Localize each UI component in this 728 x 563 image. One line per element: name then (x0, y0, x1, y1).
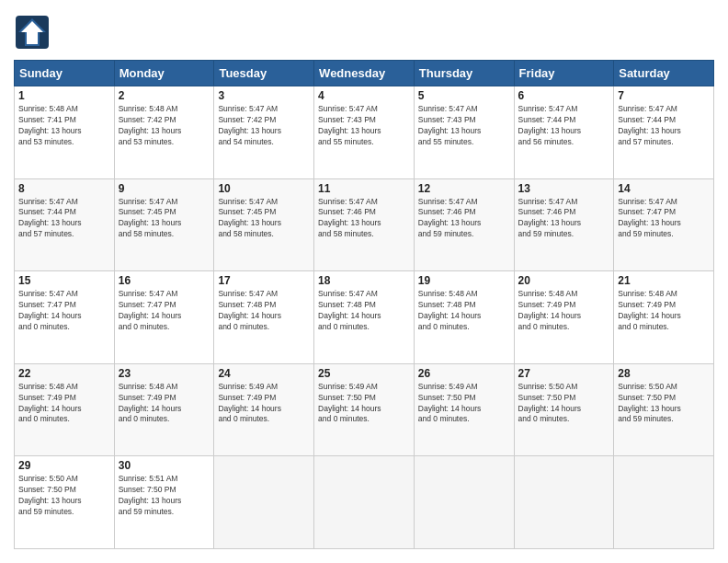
calendar-cell: 23Sunrise: 5:48 AMSunset: 7:49 PMDayligh… (114, 363, 214, 456)
calendar-cell: 12Sunrise: 5:47 AMSunset: 7:46 PMDayligh… (414, 178, 514, 271)
header (14, 14, 714, 51)
day-number: 4 (318, 89, 410, 102)
calendar-cell: 1Sunrise: 5:48 AMSunset: 7:41 PMDaylight… (15, 86, 115, 179)
calendar-cell: 18Sunrise: 5:47 AMSunset: 7:48 PMDayligh… (314, 271, 415, 364)
day-info: Sunrise: 5:49 AMSunset: 7:50 PMDaylight:… (418, 382, 510, 426)
day-info: Sunrise: 5:47 AMSunset: 7:42 PMDaylight:… (218, 104, 310, 148)
day-info: Sunrise: 5:48 AMSunset: 7:49 PMDaylight:… (518, 289, 610, 333)
day-number: 12 (418, 182, 510, 195)
day-info: Sunrise: 5:47 AMSunset: 7:44 PMDaylight:… (618, 104, 710, 148)
day-info: Sunrise: 5:48 AMSunset: 7:49 PMDaylight:… (618, 289, 710, 333)
day-info: Sunrise: 5:47 AMSunset: 7:47 PMDaylight:… (18, 289, 110, 333)
calendar-cell: 14Sunrise: 5:47 AMSunset: 7:47 PMDayligh… (614, 178, 714, 271)
calendar-header-thursday: Thursday (414, 61, 514, 86)
calendar-header-tuesday: Tuesday (214, 61, 314, 86)
day-number: 27 (518, 367, 610, 380)
day-info: Sunrise: 5:47 AMSunset: 7:45 PMDaylight:… (119, 197, 210, 241)
day-info: Sunrise: 5:47 AMSunset: 7:44 PMDaylight:… (18, 197, 110, 241)
calendar-cell: 22Sunrise: 5:48 AMSunset: 7:49 PMDayligh… (15, 363, 115, 456)
calendar-cell: 28Sunrise: 5:50 AMSunset: 7:50 PMDayligh… (614, 363, 714, 456)
calendar-header-saturday: Saturday (614, 61, 714, 86)
day-number: 13 (518, 182, 610, 195)
calendar-header-friday: Friday (514, 61, 614, 86)
calendar-cell: 8Sunrise: 5:47 AMSunset: 7:44 PMDaylight… (15, 178, 115, 271)
day-number: 29 (18, 459, 110, 472)
calendar-cell: 29Sunrise: 5:50 AMSunset: 7:50 PMDayligh… (15, 456, 115, 549)
calendar-cell: 30Sunrise: 5:51 AMSunset: 7:50 PMDayligh… (114, 456, 214, 549)
calendar-cell: 16Sunrise: 5:47 AMSunset: 7:47 PMDayligh… (114, 271, 214, 364)
calendar-week-row: 1Sunrise: 5:48 AMSunset: 7:41 PMDaylight… (15, 86, 714, 179)
day-number: 30 (119, 459, 210, 472)
day-number: 25 (318, 367, 410, 380)
day-number: 15 (18, 274, 110, 287)
day-number: 9 (119, 182, 210, 195)
day-number: 5 (418, 89, 510, 102)
day-number: 21 (618, 274, 710, 287)
calendar-cell: 20Sunrise: 5:48 AMSunset: 7:49 PMDayligh… (514, 271, 614, 364)
calendar-cell: 2Sunrise: 5:48 AMSunset: 7:42 PMDaylight… (114, 86, 214, 179)
calendar-cell: 25Sunrise: 5:49 AMSunset: 7:50 PMDayligh… (314, 363, 415, 456)
day-number: 2 (119, 89, 210, 102)
day-number: 1 (18, 89, 110, 102)
day-number: 26 (418, 367, 510, 380)
day-number: 23 (119, 367, 210, 380)
calendar-week-row: 8Sunrise: 5:47 AMSunset: 7:44 PMDaylight… (15, 178, 714, 271)
day-number: 16 (119, 274, 210, 287)
day-number: 7 (618, 89, 710, 102)
calendar-header-row: SundayMondayTuesdayWednesdayThursdayFrid… (15, 61, 714, 86)
calendar-cell: 15Sunrise: 5:47 AMSunset: 7:47 PMDayligh… (15, 271, 115, 364)
calendar-cell: 6Sunrise: 5:47 AMSunset: 7:44 PMDaylight… (514, 86, 614, 179)
day-info: Sunrise: 5:47 AMSunset: 7:46 PMDaylight:… (518, 197, 610, 241)
day-info: Sunrise: 5:47 AMSunset: 7:43 PMDaylight:… (418, 104, 510, 148)
calendar-cell: 13Sunrise: 5:47 AMSunset: 7:46 PMDayligh… (514, 178, 614, 271)
calendar-cell: 10Sunrise: 5:47 AMSunset: 7:45 PMDayligh… (214, 178, 314, 271)
day-info: Sunrise: 5:48 AMSunset: 7:41 PMDaylight:… (18, 104, 110, 148)
calendar-cell (314, 456, 415, 549)
calendar-cell: 19Sunrise: 5:48 AMSunset: 7:48 PMDayligh… (414, 271, 514, 364)
calendar-cell: 17Sunrise: 5:47 AMSunset: 7:48 PMDayligh… (214, 271, 314, 364)
calendar-header-wednesday: Wednesday (314, 61, 415, 86)
day-info: Sunrise: 5:47 AMSunset: 7:43 PMDaylight:… (318, 104, 410, 148)
day-info: Sunrise: 5:50 AMSunset: 7:50 PMDaylight:… (18, 474, 110, 518)
day-info: Sunrise: 5:50 AMSunset: 7:50 PMDaylight:… (518, 382, 610, 426)
calendar-cell: 27Sunrise: 5:50 AMSunset: 7:50 PMDayligh… (514, 363, 614, 456)
day-number: 10 (218, 182, 310, 195)
day-info: Sunrise: 5:48 AMSunset: 7:49 PMDaylight:… (18, 382, 110, 426)
logo (14, 14, 55, 51)
calendar-cell: 7Sunrise: 5:47 AMSunset: 7:44 PMDaylight… (614, 86, 714, 179)
day-info: Sunrise: 5:47 AMSunset: 7:47 PMDaylight:… (119, 289, 210, 333)
day-number: 24 (218, 367, 310, 380)
day-info: Sunrise: 5:47 AMSunset: 7:45 PMDaylight:… (218, 197, 310, 241)
calendar-cell (414, 456, 514, 549)
day-info: Sunrise: 5:48 AMSunset: 7:42 PMDaylight:… (119, 104, 210, 148)
calendar-week-row: 15Sunrise: 5:47 AMSunset: 7:47 PMDayligh… (15, 271, 714, 364)
day-number: 8 (18, 182, 110, 195)
day-info: Sunrise: 5:47 AMSunset: 7:47 PMDaylight:… (618, 197, 710, 241)
day-info: Sunrise: 5:47 AMSunset: 7:48 PMDaylight:… (218, 289, 310, 333)
day-info: Sunrise: 5:47 AMSunset: 7:46 PMDaylight:… (318, 197, 410, 241)
day-number: 19 (418, 274, 510, 287)
page: SundayMondayTuesdayWednesdayThursdayFrid… (0, 0, 728, 563)
day-info: Sunrise: 5:47 AMSunset: 7:46 PMDaylight:… (418, 197, 510, 241)
day-number: 17 (218, 274, 310, 287)
calendar-cell (214, 456, 314, 549)
calendar-cell: 5Sunrise: 5:47 AMSunset: 7:43 PMDaylight… (414, 86, 514, 179)
day-info: Sunrise: 5:47 AMSunset: 7:48 PMDaylight:… (318, 289, 410, 333)
calendar-header-monday: Monday (114, 61, 214, 86)
calendar-week-row: 29Sunrise: 5:50 AMSunset: 7:50 PMDayligh… (15, 456, 714, 549)
day-number: 14 (618, 182, 710, 195)
calendar-cell: 24Sunrise: 5:49 AMSunset: 7:49 PMDayligh… (214, 363, 314, 456)
day-info: Sunrise: 5:49 AMSunset: 7:50 PMDaylight:… (318, 382, 410, 426)
day-number: 20 (518, 274, 610, 287)
day-info: Sunrise: 5:47 AMSunset: 7:44 PMDaylight:… (518, 104, 610, 148)
calendar-week-row: 22Sunrise: 5:48 AMSunset: 7:49 PMDayligh… (15, 363, 714, 456)
day-info: Sunrise: 5:48 AMSunset: 7:49 PMDaylight:… (119, 382, 210, 426)
day-number: 18 (318, 274, 410, 287)
day-number: 28 (618, 367, 710, 380)
day-info: Sunrise: 5:51 AMSunset: 7:50 PMDaylight:… (119, 474, 210, 518)
calendar-table: SundayMondayTuesdayWednesdayThursdayFrid… (14, 60, 714, 549)
calendar-cell: 26Sunrise: 5:49 AMSunset: 7:50 PMDayligh… (414, 363, 514, 456)
day-info: Sunrise: 5:50 AMSunset: 7:50 PMDaylight:… (618, 382, 710, 426)
day-number: 22 (18, 367, 110, 380)
logo-icon (14, 14, 51, 51)
